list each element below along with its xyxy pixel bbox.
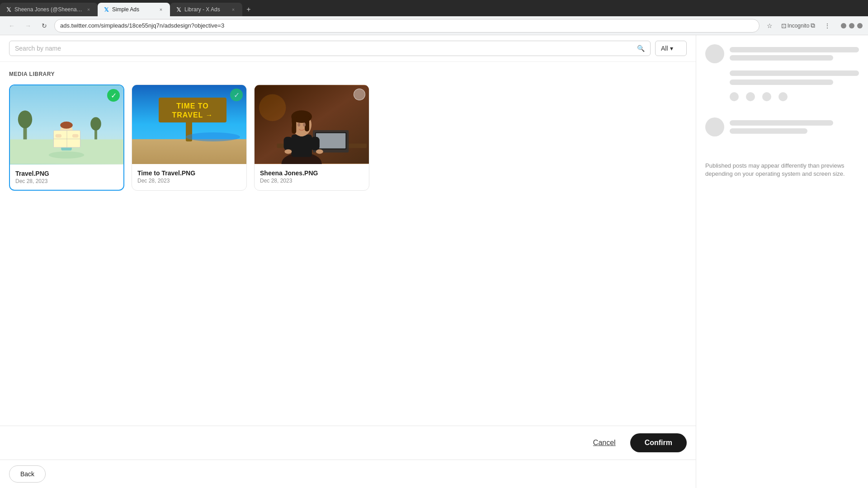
tab-bar: 𝕏 Sheena Jones (@SheenaJone4... × 𝕏 Simp… <box>0 0 868 16</box>
preview-action-dot-3 <box>762 92 771 101</box>
preview-action-dot-2 <box>746 92 755 101</box>
svg-point-12 <box>18 111 32 128</box>
minimize-button[interactable] <box>841 23 846 28</box>
svg-point-39 <box>316 150 323 154</box>
menu-icon[interactable]: ⋮ <box>821 19 834 32</box>
bottom-actions: Cancel Confirm <box>0 426 696 460</box>
media-card-info-sheena: Sheena Jones.PNG Dec 28, 2023 <box>255 164 369 189</box>
tab-favicon-sheena: 𝕏 <box>5 6 12 13</box>
svg-point-35 <box>303 123 306 127</box>
preview-panel: Published posts may appear differently t… <box>696 35 868 488</box>
media-library-container: MEDIA LIBRARY <box>0 62 696 426</box>
svg-rect-33 <box>305 116 309 131</box>
preview-action-dot-1 <box>730 92 739 101</box>
search-area: 🔍 All ▾ <box>0 35 696 62</box>
back-button[interactable]: Back <box>9 465 46 483</box>
chevron-down-icon: ▾ <box>670 45 673 52</box>
back-section: Back <box>0 460 696 488</box>
media-card-time-to-travel[interactable]: TIME TO TRAVEL → ✓ Time to Travel.PNG <box>132 84 247 191</box>
filter-dropdown[interactable]: All ▾ <box>655 41 687 56</box>
svg-point-34 <box>297 123 300 127</box>
confirm-button[interactable]: Confirm <box>630 433 687 452</box>
reload-button[interactable]: ↻ <box>38 19 51 32</box>
svg-rect-16 <box>132 139 246 164</box>
incognito-label: Incognito <box>792 19 805 32</box>
tab-close-simpleads[interactable]: × <box>157 6 165 13</box>
preview-name-lines-2 <box>730 120 859 134</box>
media-card-img-time-to-travel: TIME TO TRAVEL → ✓ <box>132 85 246 164</box>
filter-label: All <box>661 45 668 52</box>
preview-loading <box>705 44 859 136</box>
close-button[interactable] <box>857 23 863 28</box>
media-card-name-sheena: Sheena Jones.PNG <box>260 169 363 177</box>
search-input[interactable] <box>15 45 637 52</box>
new-tab-button[interactable]: + <box>242 3 255 16</box>
tab-label-sheena: Sheena Jones (@SheenaJone4... <box>14 6 82 13</box>
back-nav-button[interactable]: ← <box>5 19 18 32</box>
tab-label-library: Library - X Ads <box>184 6 220 13</box>
toolbar-icons: ☆ ⊡ Incognito ⧉ ⋮ <box>763 19 834 32</box>
address-bar[interactable]: ads.twitter.com/simpleads/18ce55njq7n/ad… <box>54 19 760 33</box>
preview-skeleton-line-3 <box>730 120 833 126</box>
svg-text:TRAVEL →: TRAVEL → <box>172 111 213 119</box>
preview-skeleton-content-1 <box>730 70 859 76</box>
page-content: 🔍 All ▾ MEDIA LIBRARY <box>0 35 868 488</box>
unselected-badge-sheena <box>354 89 365 100</box>
preview-user-row-2 <box>705 117 859 136</box>
tab-simpleads[interactable]: 𝕏 Simple Ads × <box>98 3 170 16</box>
tab-close-sheena[interactable]: × <box>85 6 92 13</box>
preview-note: Published posts may appear differently t… <box>705 162 859 178</box>
svg-rect-26 <box>316 133 345 149</box>
media-card-date-sheena: Dec 28, 2023 <box>260 178 363 184</box>
media-card-sheena[interactable]: Sheena Jones.PNG Dec 28, 2023 <box>254 84 369 191</box>
media-card-name-travel: Travel.PNG <box>15 170 118 177</box>
media-card-travel[interactable]: ✓ Travel.PNG Dec 28, 2023 <box>9 84 124 191</box>
media-card-name-time-to-travel: Time to Travel.PNG <box>137 169 241 177</box>
preview-skeleton-2 <box>705 117 859 136</box>
svg-rect-32 <box>292 116 296 134</box>
svg-rect-8 <box>55 134 61 138</box>
preview-action-dot-4 <box>778 92 788 101</box>
svg-text:TIME TO: TIME TO <box>176 102 209 110</box>
svg-point-14 <box>90 117 101 131</box>
media-library-title: MEDIA LIBRARY <box>9 71 687 77</box>
preview-icon-row-1 <box>705 92 859 101</box>
browser-frame: 𝕏 Sheena Jones (@SheenaJone4... × 𝕏 Simp… <box>0 0 868 488</box>
hover-badge-time-to-travel: ✓ <box>230 89 243 101</box>
svg-point-21 <box>186 132 240 141</box>
browser-toolbar: ← → ↻ ads.twitter.com/simpleads/18ce55nj… <box>0 16 868 35</box>
cancel-button[interactable]: Cancel <box>586 435 623 450</box>
svg-rect-36 <box>283 137 292 150</box>
maximize-button[interactable] <box>849 23 854 28</box>
svg-rect-9 <box>72 134 79 138</box>
bookmark-icon[interactable]: ☆ <box>763 19 776 32</box>
extensions-icon[interactable]: ⧉ <box>807 19 819 32</box>
tab-sheena[interactable]: 𝕏 Sheena Jones (@SheenaJone4... × <box>0 3 98 16</box>
search-icon: 🔍 <box>637 45 645 52</box>
preview-avatar-1 <box>705 44 724 63</box>
media-card-img-sheena <box>255 85 369 164</box>
selected-badge-travel: ✓ <box>107 89 120 102</box>
svg-rect-37 <box>311 137 320 150</box>
bottom-section: Cancel Confirm Back <box>0 426 696 488</box>
media-card-info-time-to-travel: Time to Travel.PNG Dec 28, 2023 <box>132 164 246 189</box>
address-text: ads.twitter.com/simpleads/18ce55njq7n/ad… <box>60 22 754 29</box>
window-controls <box>841 23 863 28</box>
search-input-wrapper[interactable]: 🔍 <box>9 41 651 56</box>
preview-content-lines-1 <box>705 70 859 85</box>
preview-skeleton-line-4 <box>730 128 807 134</box>
svg-point-38 <box>284 150 292 154</box>
media-card-date-travel: Dec 28, 2023 <box>15 178 118 184</box>
media-card-img-travel: ✓ <box>10 85 123 164</box>
forward-nav-button[interactable]: → <box>22 19 34 32</box>
svg-rect-28 <box>291 135 312 157</box>
tab-close-library[interactable]: × <box>230 6 237 13</box>
preview-avatar-2 <box>705 117 724 136</box>
tab-library[interactable]: 𝕏 Library - X Ads × <box>170 3 242 16</box>
media-card-date-time-to-travel: Dec 28, 2023 <box>137 178 241 184</box>
preview-skeleton-line-2 <box>730 55 833 61</box>
media-grid: ✓ Travel.PNG Dec 28, 2023 <box>9 84 687 191</box>
svg-point-2 <box>49 151 85 159</box>
svg-point-10 <box>60 122 73 129</box>
preview-name-lines-1 <box>730 47 859 61</box>
